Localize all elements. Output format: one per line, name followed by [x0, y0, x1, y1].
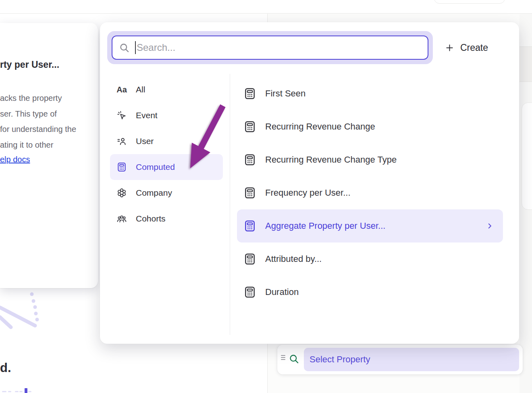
create-button-label: Create — [460, 42, 488, 53]
create-button[interactable]: Create — [445, 39, 488, 56]
sidebar-item-cohorts[interactable]: Cohorts — [110, 206, 223, 232]
sidebar-item-computed[interactable]: Computed — [110, 154, 223, 180]
select-property-button[interactable]: Select Property — [304, 348, 519, 371]
property-item[interactable]: First Seen — [237, 77, 503, 110]
cutoff-text-mark — [15, 391, 19, 392]
calculator-icon — [116, 162, 127, 172]
decorative-line-illustration — [0, 288, 52, 333]
calculator-icon — [243, 253, 256, 265]
calculator-icon — [243, 87, 256, 100]
search-placeholder: Search... — [137, 42, 175, 53]
search-focus-ring: Search... — [107, 31, 433, 64]
sidebar-item-label: User — [136, 136, 154, 146]
property-item-label: Attributed by... — [265, 254, 322, 264]
property-item[interactable]: Recurring Revenue Change — [237, 110, 503, 143]
modal-column-divider — [230, 74, 230, 335]
property-item[interactable]: Aggregate Property per User... — [237, 209, 503, 242]
sidebar-item-label: Cohorts — [136, 214, 166, 224]
calculator-icon — [243, 153, 256, 166]
property-item-label: Recurring Revenue Change — [265, 121, 375, 132]
cutoff-text-mark — [2, 391, 6, 392]
tooltip-description-line: for understanding the — [0, 121, 76, 137]
drag-handle-icon[interactable] — [281, 355, 286, 363]
plus-icon — [445, 43, 454, 52]
sidebar-item-all[interactable]: AaAll — [110, 77, 223, 102]
property-item-label: Duration — [265, 287, 299, 297]
sidebar-item-label: Computed — [136, 162, 175, 172]
text-cursor — [135, 41, 136, 54]
user-icon — [116, 136, 127, 146]
tooltip-description-line: acks the property — [0, 90, 76, 106]
background-card-edge — [522, 102, 532, 210]
help-docs-link[interactable]: elp docs — [0, 155, 30, 164]
cutoff-text-mark — [28, 391, 31, 392]
property-item-label: Aggregate Property per User... — [265, 221, 385, 231]
property-item[interactable]: Frequency per User... — [237, 176, 503, 209]
company-icon — [116, 188, 127, 198]
background-top-pill — [434, 0, 505, 4]
sidebar-item-event[interactable]: Event — [110, 102, 223, 128]
property-item-label: First Seen — [265, 88, 305, 99]
background-right-band — [520, 46, 532, 82]
background-heading-fragment: d. — [0, 361, 11, 375]
property-item[interactable]: Attributed by... — [237, 242, 503, 276]
cohorts-icon — [116, 213, 127, 224]
calculator-icon — [243, 120, 256, 133]
calculator-icon — [243, 186, 256, 199]
sidebar-item-label: Event — [136, 111, 158, 120]
select-property-card: Select Property — [277, 345, 523, 374]
aa-icon: Aa — [116, 84, 127, 95]
search-icon — [119, 42, 130, 53]
cutoff-text-mark — [8, 391, 11, 392]
tooltip-description: acks the propertyser. This type offor un… — [0, 90, 76, 153]
calculator-icon — [243, 286, 256, 299]
cutoff-text-mark — [25, 388, 27, 393]
tooltip-description-line: ating it to other — [0, 137, 76, 153]
sidebar-item-label: Company — [136, 188, 172, 198]
category-sidebar: AaAllEventUserComputedCompanyCohorts — [110, 77, 223, 232]
cutoff-text-mark — [19, 391, 23, 392]
select-property-label: Select Property — [310, 354, 370, 365]
calculator-icon — [243, 219, 256, 232]
property-item-label: Frequency per User... — [265, 188, 351, 198]
property-search-icon — [289, 353, 299, 364]
property-list: First SeenRecurring Revenue ChangeRecurr… — [237, 77, 503, 309]
property-item-label: Recurring Revenue Change Type — [265, 155, 397, 165]
tooltip-title: rty per User... — [0, 59, 59, 70]
tooltip-description-line: ser. This type of — [0, 106, 76, 122]
property-item[interactable]: Recurring Revenue Change Type — [237, 143, 503, 176]
search-input[interactable]: Search... — [112, 36, 428, 60]
sidebar-item-label: All — [136, 85, 145, 94]
sidebar-item-user[interactable]: User — [110, 128, 223, 154]
property-item[interactable]: Duration — [237, 276, 503, 309]
property-selector-modal: Search... Create AaAllEventUserComputedC… — [100, 22, 519, 344]
event-icon — [116, 110, 127, 121]
chevron-right-icon — [486, 222, 493, 230]
sidebar-item-company[interactable]: Company — [110, 180, 223, 206]
property-tooltip-card: rty per User... acks the propertyser. Th… — [0, 23, 98, 288]
